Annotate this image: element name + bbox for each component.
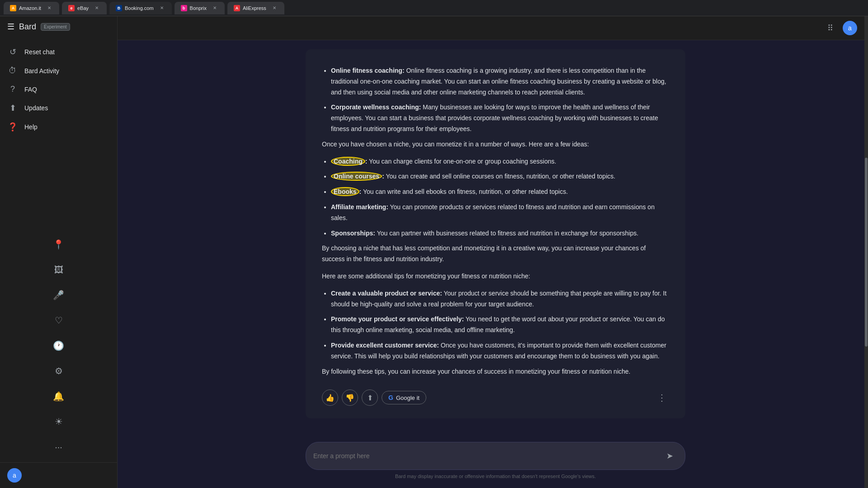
tab-ebay-close[interactable]: ✕ (93, 5, 100, 12)
item-bold-2: Corporate wellness coaching: (331, 103, 421, 111)
dots-icon[interactable]: ··· (48, 436, 70, 458)
tab-ebay-label: eBay (77, 5, 89, 11)
user-avatar[interactable]: a (843, 21, 857, 35)
bard-logo: Bard (19, 22, 36, 32)
promote-bold: Promote your product or service effectiv… (331, 315, 464, 323)
tab-amazon-label: Amazon.it (19, 5, 41, 11)
google-g-icon: G (388, 394, 393, 401)
tab-booking-close[interactable]: ✕ (158, 5, 165, 12)
list-item: Create a valuable product or service: Yo… (331, 288, 669, 310)
dislike-button[interactable]: 👎 (342, 389, 358, 406)
tab-aliexpress[interactable]: A AliExpress ✕ (227, 2, 284, 14)
sidebar-item-faq[interactable]: ? FAQ (0, 80, 112, 99)
hamburger-icon[interactable]: ☰ (7, 22, 14, 32)
list-item: Affiliate marketing: You can promote pro… (331, 202, 669, 224)
content-scroll-area[interactable]: Online fitness coaching: Online fitness … (118, 40, 864, 435)
coaching-text: You can charge clients for one-on-one or… (369, 158, 556, 165)
list-item: Corporate wellness coaching: Many busine… (331, 102, 669, 134)
sidebar-header: ☰ Bard Experiment (0, 16, 117, 37)
list-item: Ebooks: You can write and sell ebooks on… (331, 187, 669, 197)
sidebar-nav: ↺ Reset chat ⏱ Bard Activity ? FAQ ⬆ Upd… (0, 37, 117, 140)
paragraph-1: Once you have chosen a niche, you can mo… (322, 139, 669, 150)
tab-booking-label: Booking.com (125, 5, 154, 11)
updates-icon: ⬆ (7, 103, 18, 113)
heart-icon[interactable]: ♡ (48, 310, 70, 331)
ebooks-text: You can write and sell ebooks on fitness… (363, 188, 568, 195)
tab-aliexpress-label: AliExpress (243, 5, 266, 11)
sidebar-item-activity-label: Bard Activity (24, 67, 59, 75)
sidebar-item-updates-label: Updates (24, 104, 48, 112)
paragraph-2: By choosing a niche that has less compet… (322, 243, 669, 265)
disclaimer-text: Bard may display inaccurate or offensive… (306, 470, 685, 484)
browser-tab-bar: A Amazon.it ✕ e eBay ✕ B Booking.com ✕ b… (0, 0, 868, 16)
experiment-badge: Experiment (41, 23, 70, 31)
scrollbar[interactable] (864, 16, 868, 488)
google-it-label: Google it (396, 394, 420, 401)
sidebar-item-reset-label: Reset chat (24, 48, 55, 56)
tab-amazon[interactable]: A Amazon.it ✕ (4, 2, 59, 14)
sidebar-item-help[interactable]: ❓ Help (0, 117, 112, 136)
affiliate-bold: Affiliate marketing: (331, 203, 388, 211)
list-item: Coaching: You can charge clients for one… (331, 156, 669, 167)
scrollbar-thumb (865, 158, 868, 347)
mic-icon[interactable]: 🎤 (48, 284, 70, 306)
item-bold-1: Online fitness coaching: (331, 67, 405, 74)
main-content: ⠿ a Online fitness coaching: Online fitn… (118, 16, 864, 488)
response-container: Online fitness coaching: Online fitness … (306, 49, 685, 418)
list-item: Promote your product or service effectiv… (331, 314, 669, 336)
help-icon: ❓ (7, 122, 18, 132)
tab-bonprix-close[interactable]: ✕ (211, 5, 218, 12)
left-sidebar: ☰ Bard Experiment ↺ Reset chat ⏱ Bard Ac… (0, 16, 118, 488)
prompt-input-container: ➤ (306, 442, 685, 470)
like-button[interactable]: 👍 (322, 389, 338, 406)
apps-icon[interactable]: ⠿ (822, 20, 838, 36)
theme-icon[interactable]: ☀ (48, 411, 70, 432)
top-header: ⠿ a (118, 16, 864, 40)
sponsorships-text: You can partner with businesses related … (377, 230, 639, 237)
more-options-button[interactable]: ⋮ (655, 390, 669, 405)
faq-icon: ? (7, 84, 18, 94)
bell-icon[interactable]: 🔔 (48, 385, 70, 407)
courses-text: You can create and sell online courses o… (386, 173, 615, 180)
paragraph-3: Here are some additional tips for moneti… (322, 271, 669, 282)
image-icon[interactable]: 🖼 (48, 259, 70, 281)
tab-bonprix[interactable]: b Bonprix ✕ (175, 2, 225, 14)
tab-ebay[interactable]: e eBay ✕ (62, 2, 107, 14)
share-button[interactable]: ⬆ (362, 389, 378, 406)
google-it-button[interactable]: G Google it (382, 391, 426, 404)
avatar[interactable]: a (7, 468, 22, 483)
list-item: Sponsorships: You can partner with busin… (331, 228, 669, 239)
bullet-list-3: Create a valuable product or service: Yo… (322, 288, 669, 362)
action-bar: 👍 👎 ⬆ G Google it ⋮ (322, 384, 669, 406)
clock-icon[interactable]: 🕐 (48, 335, 70, 357)
tab-booking[interactable]: B Booking.com ✕ (109, 2, 172, 14)
bullet-list-2: Coaching: You can charge clients for one… (322, 156, 669, 239)
paragraph-4: By following these tips, you can increas… (322, 366, 669, 377)
tab-amazon-close[interactable]: ✕ (46, 5, 53, 12)
coaching-highlight: Coaching (331, 157, 365, 166)
sidebar-item-help-label: Help (24, 123, 38, 131)
refresh-icon: ↺ (7, 47, 18, 57)
list-item: Online fitness coaching: Online fitness … (331, 66, 669, 98)
courses-highlight: Online courses (331, 172, 382, 181)
valuable-bold: Create a valuable product or service: (331, 290, 442, 297)
prompt-input[interactable] (313, 452, 661, 460)
sidebar-item-faq-label: FAQ (24, 86, 37, 93)
settings-icon[interactable]: ⚙ (48, 360, 70, 382)
tab-aliexpress-close[interactable]: ✕ (271, 5, 278, 12)
sidebar-item-bard-activity[interactable]: ⏱ Bard Activity (0, 61, 112, 80)
customer-service-bold: Provide excellent customer service: (331, 342, 439, 349)
bullet-list-1: Online fitness coaching: Online fitness … (322, 66, 669, 135)
history-icon: ⏱ (7, 66, 18, 75)
location-icon[interactable]: 📍 (48, 234, 70, 255)
tab-bonprix-label: Bonprix (190, 5, 207, 11)
list-item: Online courses: You can create and sell … (331, 171, 669, 182)
sponsorships-bold: Sponsorships: (331, 230, 375, 237)
header-right: ⠿ a (822, 20, 857, 36)
ebooks-highlight: Ebooks (331, 187, 359, 196)
input-area: ➤ Bard may display inaccurate or offensi… (118, 435, 864, 488)
sidebar-item-reset-chat[interactable]: ↺ Reset chat (0, 42, 112, 61)
send-button[interactable]: ➤ (661, 448, 678, 464)
sidebar-item-updates[interactable]: ⬆ Updates (0, 99, 112, 117)
list-item: Provide excellent customer service: Once… (331, 340, 669, 362)
